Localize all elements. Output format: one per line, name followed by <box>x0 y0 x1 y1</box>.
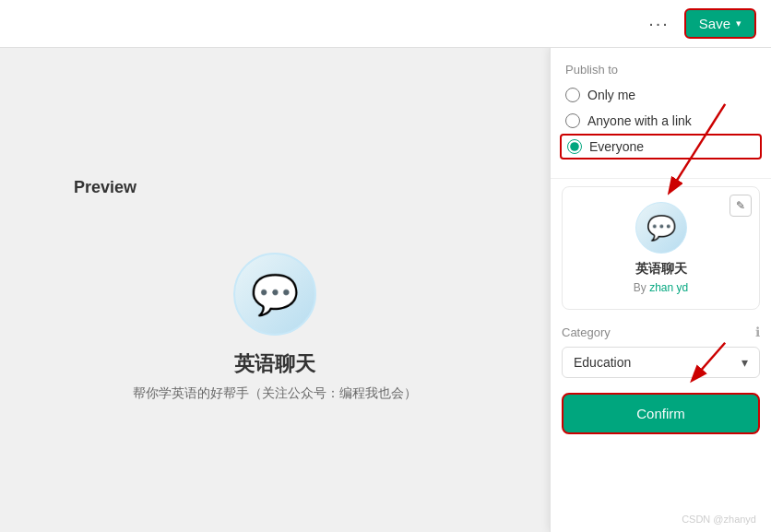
radio-only-me-label: Only me <box>587 88 635 102</box>
radio-everyone-label: Everyone <box>589 139 644 154</box>
category-select[interactable]: Education ▾ <box>562 347 760 378</box>
bot-card: ✎ 💬 英语聊天 By zhan yd <box>562 186 760 310</box>
bot-icon-large: 💬 <box>251 272 299 317</box>
category-label: Category <box>562 325 611 339</box>
bot-icon-small: 💬 <box>646 214 676 242</box>
top-bar: ··· Save ▾ <box>0 0 771 48</box>
save-chevron-icon: ▾ <box>736 18 741 30</box>
preview-panel: Preview 💬 英语聊天 帮你学英语的好帮手（关注公众号：编程我也会） <box>0 48 550 532</box>
category-header: Category ℹ <box>562 325 760 339</box>
radio-anyone-link[interactable] <box>565 113 580 128</box>
category-value: Education <box>574 355 631 370</box>
bot-by: By zhan yd <box>634 281 688 294</box>
more-button[interactable]: ··· <box>641 9 677 38</box>
publish-section: Publish to Only me Anyone with a link Ev… <box>551 48 771 171</box>
bot-name-large: 英语聊天 <box>234 350 315 378</box>
watermark: CSDN @zhanyd <box>682 514 756 525</box>
main-area: Preview 💬 英语聊天 帮你学英语的好帮手（关注公众号：编程我也会） Pu… <box>0 48 771 532</box>
bot-by-label: By <box>634 281 649 294</box>
radio-everyone[interactable] <box>567 139 582 154</box>
confirm-button[interactable]: Confirm <box>562 393 760 434</box>
save-button[interactable]: Save ▾ <box>684 8 756 39</box>
preview-title: Preview <box>74 178 136 197</box>
info-icon[interactable]: ℹ <box>755 325 760 339</box>
save-label: Save <box>699 16 730 31</box>
bot-desc-large: 帮你学英语的好帮手（关注公众号：编程我也会） <box>133 385 417 402</box>
bot-avatar-large: 💬 <box>233 253 316 336</box>
confirm-section: Confirm <box>551 393 771 449</box>
radio-item-anyone-link[interactable]: Anyone with a link <box>565 112 756 130</box>
radio-group: Only me Anyone with a link Everyone <box>565 86 756 156</box>
publish-to-label: Publish to <box>565 63 756 77</box>
radio-only-me[interactable] <box>565 88 580 102</box>
radio-item-everyone[interactable]: Everyone <box>560 134 762 160</box>
chevron-down-icon: ▾ <box>741 355 748 370</box>
radio-item-only-me[interactable]: Only me <box>565 86 756 104</box>
bot-author-link[interactable]: zhan yd <box>649 281 688 294</box>
bot-avatar-small: 💬 <box>635 202 687 254</box>
radio-anyone-link-label: Anyone with a link <box>587 113 692 128</box>
category-section: Category ℹ Education ▾ <box>551 325 771 393</box>
right-panel: Publish to Only me Anyone with a link Ev… <box>550 48 771 532</box>
bot-name-small: 英语聊天 <box>635 261 687 278</box>
edit-icon[interactable]: ✎ <box>729 195 752 217</box>
